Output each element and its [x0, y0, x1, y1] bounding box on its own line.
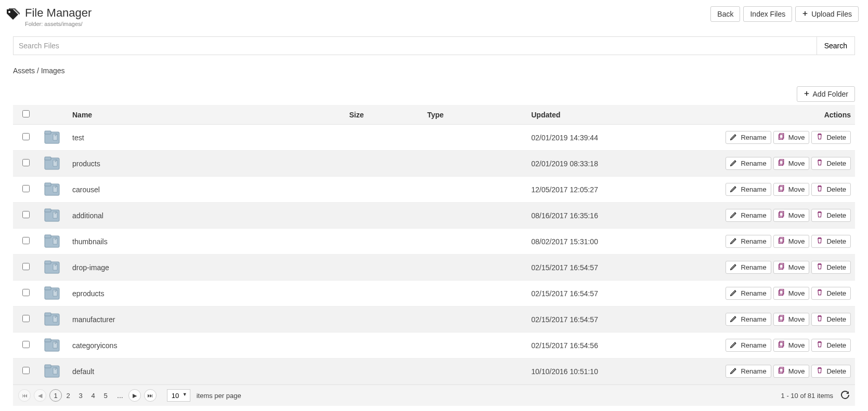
- pager-next[interactable]: ▶: [128, 389, 141, 402]
- move-button[interactable]: Move: [773, 287, 810, 300]
- move-button[interactable]: Move: [773, 183, 810, 196]
- col-header-type[interactable]: Type: [423, 105, 527, 125]
- add-folder-button[interactable]: Add Folder: [797, 86, 855, 102]
- page-number[interactable]: 2: [62, 389, 74, 402]
- file-updated: 08/16/2017 16:35:16: [531, 211, 598, 220]
- folder-icon: [43, 242, 61, 250]
- rename-button[interactable]: Rename: [726, 339, 771, 352]
- page-size-select[interactable]: 10: [167, 389, 190, 402]
- trash-icon: [816, 341, 823, 350]
- delete-button[interactable]: Delete: [811, 313, 851, 326]
- file-name[interactable]: test: [72, 134, 84, 142]
- file-name[interactable]: thumbnails: [72, 237, 108, 246]
- page-number[interactable]: 3: [74, 389, 87, 402]
- rename-button[interactable]: Rename: [726, 209, 771, 222]
- pencil-icon: [730, 263, 737, 272]
- rename-button[interactable]: Rename: [726, 235, 771, 248]
- row-checkbox[interactable]: [22, 263, 30, 270]
- delete-button[interactable]: Delete: [811, 209, 851, 222]
- page-number[interactable]: 1: [49, 389, 62, 402]
- row-checkbox[interactable]: [22, 367, 30, 374]
- select-all-checkbox[interactable]: [22, 110, 30, 117]
- row-checkbox[interactable]: [22, 133, 30, 140]
- page-title: File Manager: [25, 6, 92, 20]
- delete-button[interactable]: Delete: [811, 183, 851, 196]
- breadcrumb-assets[interactable]: Assets: [13, 67, 35, 75]
- move-button[interactable]: Move: [773, 209, 810, 222]
- delete-button[interactable]: Delete: [811, 365, 851, 378]
- refresh-icon[interactable]: [840, 390, 850, 401]
- per-page-label: items per page: [197, 392, 241, 400]
- delete-button[interactable]: Delete: [811, 287, 851, 300]
- copy-icon: [778, 159, 785, 168]
- pager-first[interactable]: ⏮: [18, 389, 31, 402]
- breadcrumb: Assets / Images: [13, 67, 855, 75]
- plus-icon: [802, 10, 808, 18]
- delete-button[interactable]: Delete: [811, 261, 851, 274]
- rename-button[interactable]: Rename: [726, 287, 771, 300]
- trash-icon: [816, 133, 823, 142]
- upload-files-label: Upload Files: [811, 10, 852, 18]
- rename-button[interactable]: Rename: [726, 131, 771, 144]
- folder-icon: [43, 346, 61, 354]
- delete-button[interactable]: Delete: [811, 235, 851, 248]
- row-checkbox[interactable]: [22, 185, 30, 192]
- row-checkbox[interactable]: [22, 341, 30, 348]
- pager-last[interactable]: ⏭: [144, 389, 157, 402]
- move-button[interactable]: Move: [773, 157, 810, 170]
- rename-button[interactable]: Rename: [726, 261, 771, 274]
- folder-icon: [43, 294, 61, 302]
- trash-icon: [816, 315, 823, 324]
- file-updated: 08/02/2017 15:31:00: [531, 237, 598, 246]
- col-header-name[interactable]: Name: [68, 105, 345, 125]
- search-button[interactable]: Search: [817, 36, 855, 55]
- copy-icon: [778, 367, 785, 376]
- back-button[interactable]: Back: [710, 6, 740, 22]
- copy-icon: [778, 133, 785, 142]
- file-name[interactable]: default: [72, 367, 94, 376]
- search-input[interactable]: [13, 36, 817, 55]
- upload-files-button[interactable]: Upload Files: [795, 6, 859, 22]
- file-name[interactable]: categoryicons: [72, 341, 117, 350]
- rename-button[interactable]: Rename: [726, 313, 771, 326]
- table-row: thumbnails08/02/2017 15:31:00RenameMoveD…: [13, 229, 855, 255]
- file-name[interactable]: additional: [72, 211, 103, 220]
- row-checkbox[interactable]: [22, 289, 30, 296]
- rename-button[interactable]: Rename: [726, 365, 771, 378]
- copy-icon: [778, 315, 785, 324]
- col-header-updated[interactable]: Updated: [527, 105, 719, 125]
- file-name[interactable]: drop-image: [72, 263, 109, 272]
- copy-icon: [778, 263, 785, 272]
- pager-prev[interactable]: ◀: [34, 389, 46, 402]
- trash-icon: [816, 289, 823, 298]
- breadcrumb-images[interactable]: Images: [41, 67, 65, 75]
- col-header-size[interactable]: Size: [345, 105, 423, 125]
- file-name[interactable]: products: [72, 160, 100, 168]
- move-button[interactable]: Move: [773, 339, 810, 352]
- pencil-icon: [730, 133, 737, 142]
- move-button[interactable]: Move: [773, 365, 810, 378]
- move-button[interactable]: Move: [773, 131, 810, 144]
- folder-icon: [43, 320, 61, 328]
- copy-icon: [778, 289, 785, 298]
- row-checkbox[interactable]: [22, 159, 30, 166]
- move-button[interactable]: Move: [773, 261, 810, 274]
- file-updated: 02/01/2019 08:33:18: [531, 160, 598, 168]
- file-name[interactable]: carousel: [72, 185, 100, 194]
- file-name[interactable]: eproducts: [72, 289, 104, 298]
- page-number[interactable]: 5: [99, 389, 112, 402]
- add-folder-label: Add Folder: [813, 90, 848, 98]
- move-button[interactable]: Move: [773, 235, 810, 248]
- delete-button[interactable]: Delete: [811, 339, 851, 352]
- delete-button[interactable]: Delete: [811, 131, 851, 144]
- rename-button[interactable]: Rename: [726, 183, 771, 196]
- rename-button[interactable]: Rename: [726, 157, 771, 170]
- page-number[interactable]: 4: [87, 389, 99, 402]
- row-checkbox[interactable]: [22, 211, 30, 218]
- file-name[interactable]: manufacturer: [72, 315, 115, 324]
- move-button[interactable]: Move: [773, 313, 810, 326]
- row-checkbox[interactable]: [22, 315, 30, 322]
- delete-button[interactable]: Delete: [811, 157, 851, 170]
- row-checkbox[interactable]: [22, 237, 30, 244]
- index-files-button[interactable]: Index Files: [743, 6, 792, 22]
